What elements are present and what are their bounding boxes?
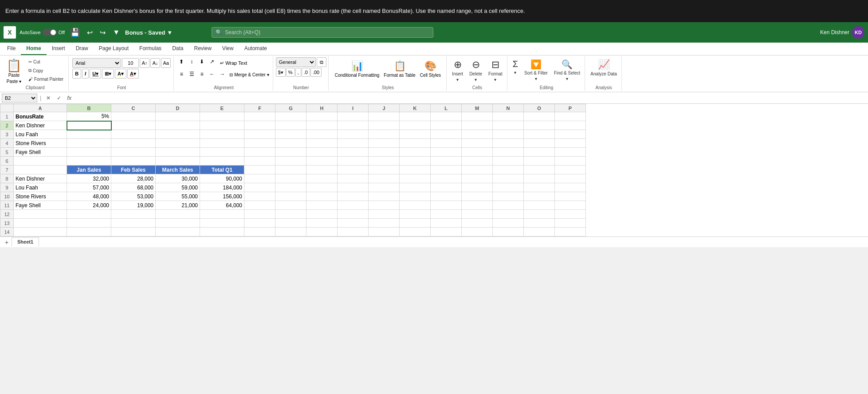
delete-button[interactable]: ⊖ Delete ▾ [467,57,485,84]
align-left-button[interactable]: ≡ [177,70,186,79]
align-bottom-button[interactable]: ⬇ [197,57,207,66]
add-sheet-button[interactable]: + [2,238,12,246]
cell-l14[interactable] [431,228,462,236]
fill-color-button[interactable]: A▾ [115,69,126,79]
cell-n7[interactable] [493,165,524,174]
cell-g2[interactable] [275,121,306,130]
number-format-expand[interactable]: ⧉ [317,57,326,67]
cell-e13[interactable] [200,219,244,228]
cell-n11[interactable] [493,201,524,210]
cell-p13[interactable] [555,219,586,228]
underline-button[interactable]: U▾ [90,69,101,79]
cell-i7[interactable] [338,165,369,174]
cell-k2[interactable] [400,121,431,130]
cell-l8[interactable] [431,174,462,183]
col-header-i[interactable]: I [338,104,369,112]
cell-d11[interactable]: 21,000 [156,201,200,210]
cell-m7[interactable] [462,165,493,174]
cell-p9[interactable] [555,183,586,192]
format-button[interactable]: ⊟ Format ▾ [486,57,505,84]
cell-m5[interactable] [462,148,493,157]
cell-d8[interactable]: 30,000 [156,174,200,183]
cell-e6[interactable] [200,157,244,165]
cell-c11[interactable]: 19,000 [111,201,156,210]
align-middle-button[interactable]: ↕ [187,57,196,66]
cell-m3[interactable] [462,130,493,139]
function-icon[interactable]: fx [65,95,73,101]
sheet-scroll[interactable]: A B C D E F G H I J K L M N O P [0,104,868,236]
cell-e2[interactable] [200,121,244,130]
cell-i2[interactable] [338,121,369,130]
cell-g6[interactable] [275,157,306,165]
redo-button[interactable]: ↪ [98,28,107,38]
cell-i11[interactable] [338,201,369,210]
cell-m4[interactable] [462,139,493,148]
cell-n12[interactable] [493,210,524,219]
cell-d2[interactable] [156,121,200,130]
cell-g7[interactable] [275,165,306,174]
cell-a1[interactable]: BonusRate [14,112,67,121]
col-header-h[interactable]: H [306,104,338,112]
formula-input[interactable] [75,95,866,101]
cell-d10[interactable]: 55,000 [156,192,200,201]
cell-e5[interactable] [200,148,244,157]
cell-h4[interactable] [306,139,338,148]
col-header-e[interactable]: E [200,104,244,112]
col-header-o[interactable]: O [524,104,555,112]
cell-o12[interactable] [524,210,555,219]
cell-j13[interactable] [369,219,400,228]
cell-e12[interactable] [200,210,244,219]
cell-a11[interactable]: Faye Shell [14,201,67,210]
cell-m11[interactable] [462,201,493,210]
cell-g3[interactable] [275,130,306,139]
cell-e9[interactable]: 184,000 [200,183,244,192]
cell-p3[interactable] [555,130,586,139]
cell-p5[interactable] [555,148,586,157]
sheet-tab-sheet1[interactable]: Sheet1 [12,237,39,247]
cell-j7[interactable] [369,165,400,174]
cell-k3[interactable] [400,130,431,139]
cell-k1[interactable] [400,112,431,121]
cell-m10[interactable] [462,192,493,201]
row-header-8[interactable]: 8 [0,174,14,183]
align-right-button[interactable]: ≡ [197,70,207,79]
cell-e4[interactable] [200,139,244,148]
col-header-k[interactable]: K [400,104,431,112]
cell-f4[interactable] [244,139,275,148]
row-header-14[interactable]: 14 [0,228,14,236]
cell-l9[interactable] [431,183,462,192]
cell-d14[interactable] [156,228,200,236]
cell-d3[interactable] [156,130,200,139]
cell-n1[interactable] [493,112,524,121]
cell-n4[interactable] [493,139,524,148]
increase-decimal-button[interactable]: .00 [310,68,322,77]
font-size-increase-button[interactable]: A↑ [140,58,149,68]
cell-i13[interactable] [338,219,369,228]
wrap-text-button[interactable]: ↵ Wrap Text [218,58,249,68]
tab-file[interactable]: File [2,43,21,55]
cell-i12[interactable] [338,210,369,219]
cell-m8[interactable] [462,174,493,183]
cell-b7[interactable]: Jan Sales [67,165,111,174]
cell-p8[interactable] [555,174,586,183]
cell-g1[interactable] [275,112,306,121]
change-case-button[interactable]: Aa [161,58,171,68]
cell-e11[interactable]: 64,000 [200,201,244,210]
cell-i9[interactable] [338,183,369,192]
cell-n14[interactable] [493,228,524,236]
autosave-toggle[interactable] [43,29,57,36]
cell-l10[interactable] [431,192,462,201]
cell-k7[interactable] [400,165,431,174]
save-button[interactable]: 💾 [68,27,82,38]
cell-a14[interactable] [14,228,67,236]
cell-p2[interactable] [555,121,586,130]
cell-b4[interactable] [67,139,111,148]
cell-g12[interactable] [275,210,306,219]
cell-d13[interactable] [156,219,200,228]
cell-l11[interactable] [431,201,462,210]
col-header-f[interactable]: F [244,104,275,112]
format-as-table-button[interactable]: 📋 Format as Table [382,59,417,79]
cell-h13[interactable] [306,219,338,228]
cell-o9[interactable] [524,183,555,192]
row-header-13[interactable]: 13 [0,219,14,228]
